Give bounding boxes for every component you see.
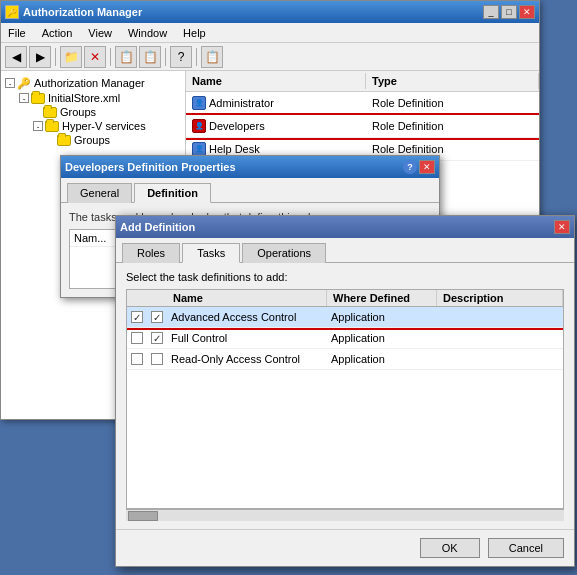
toolbar-back-btn[interactable]: ◀ [5,46,27,68]
dev-dialog-title: Developers Definition Properties [65,161,236,173]
add-def-close-btn[interactable]: ✕ [554,220,570,234]
advanced-where-cell: Application [327,309,437,325]
cb-inner-box-advanced[interactable]: ✓ [151,311,163,323]
fullcontrol-desc-cell [437,336,563,340]
dev-name-cell: 👤 Developers [186,117,366,135]
horizontal-scrollbar[interactable] [126,509,564,521]
tree-item-auth-manager[interactable]: - 🔑 Authorization Manager [5,75,181,91]
auth-title-bar: 🔑 Authorization Manager _ □ ✕ [1,1,539,23]
tree-item-hyperv[interactable]: - Hyper-V services [5,119,181,133]
cb-inner-check-fullcontrol: ✓ [153,333,161,344]
toolbar-extra-btn[interactable]: 📋 [201,46,223,68]
col-header-name: Name [167,290,327,306]
fullcontrol-where-cell: Application [327,330,437,346]
tree-label-hyperv: Hyper-V services [62,120,146,132]
menu-file[interactable]: File [5,27,29,39]
add-def-dialog: Add Definition ✕ Roles Tasks Operations … [115,215,575,567]
cb-outer-fullcontrol[interactable] [127,332,147,344]
toolbar-forward-btn[interactable]: ▶ [29,46,51,68]
auth-title-text: Authorization Manager [23,6,142,18]
col-header-where: Where Defined [327,290,437,306]
list-row-administrator[interactable]: 👤 Administrator Role Definition [186,92,539,115]
helpdesk-name: Help Desk [209,143,260,155]
toolbar-sep3 [165,48,166,66]
cb-outer-advanced[interactable]: ✓ [127,311,147,323]
readonly-desc-cell [437,357,563,361]
title-bar-left: 🔑 Authorization Manager [5,5,142,19]
dev-name: Developers [209,120,265,132]
tree-label-groups-nested: Groups [74,134,110,146]
list-header: Name Type [186,71,539,92]
ok-button[interactable]: OK [420,538,480,558]
list-row-developers[interactable]: 👤 Developers Role Definition [186,115,539,138]
cb-inner-readonly[interactable] [147,353,167,365]
add-def-tab-roles[interactable]: Roles [122,243,180,263]
add-def-dialog-footer: OK Cancel [116,529,574,566]
cb-outer-box-readonly[interactable] [131,353,143,365]
hyperv-icon [45,121,59,132]
admin-role-icon: 👤 [192,96,206,110]
add-def-row-fullcontrol[interactable]: ✓ Full Control Application [127,328,563,349]
tab-definition[interactable]: Definition [134,183,211,203]
auth-title-icon: 🔑 [5,5,19,19]
menu-view[interactable]: View [85,27,115,39]
dev-close-btn[interactable]: ✕ [419,160,435,174]
expand-auth-manager[interactable]: - [5,78,15,88]
fullcontrol-name-cell: Full Control [167,330,327,346]
auth-minimize-btn[interactable]: _ [483,5,499,19]
toolbar-sep2 [110,48,111,66]
admin-type-cell: Role Definition [366,95,539,111]
cb-outer-box-advanced[interactable]: ✓ [131,311,143,323]
cb-inner-fullcontrol[interactable]: ✓ [147,332,167,344]
cb-outer-box-fullcontrol[interactable] [131,332,143,344]
menu-help[interactable]: Help [180,27,209,39]
add-def-row-advanced[interactable]: ✓ ✓ Advanced Access Control Application [127,307,563,328]
auth-maximize-btn[interactable]: □ [501,5,517,19]
toolbar-delete-btn[interactable]: ✕ [84,46,106,68]
groups-nested-icon [57,135,71,146]
toolbar-open-btn[interactable]: 📁 [60,46,82,68]
col-header-type: Type [366,73,539,89]
tree-item-groups-nested[interactable]: Groups [5,133,181,147]
toolbar-sep4 [196,48,197,66]
cancel-button[interactable]: Cancel [488,538,564,558]
cb-outer-readonly[interactable] [127,353,147,365]
tree-item-initialstore[interactable]: - InitialStore.xml [5,91,181,105]
groups-icon [43,107,57,118]
toolbar-paste-btn[interactable]: 📋 [139,46,161,68]
menu-action[interactable]: Action [39,27,76,39]
cb-inner-box-readonly[interactable] [151,353,163,365]
tree-label-initialstore: InitialStore.xml [48,92,120,104]
tab-general[interactable]: General [67,183,132,203]
add-def-title-bar: Add Definition ✕ [116,216,574,238]
add-def-content: Select the task definitions to add: Name… [116,263,574,529]
tree-item-groups[interactable]: Groups [5,105,181,119]
auth-close-btn[interactable]: ✕ [519,5,535,19]
toolbar: ◀ ▶ 📁 ✕ 📋 📋 ? 📋 [1,43,539,71]
cb-inner-advanced[interactable]: ✓ [147,311,167,323]
dev-role-icon: 👤 [192,119,206,133]
dev-help-btn[interactable]: ? [403,160,417,174]
scrollbar-thumb[interactable] [128,511,158,521]
advanced-name-cell: Advanced Access Control [167,309,327,325]
add-def-tab-tasks[interactable]: Tasks [182,243,240,263]
toolbar-help-btn[interactable]: ? [170,46,192,68]
toolbar-sep1 [55,48,56,66]
add-def-title-buttons: ✕ [554,220,570,234]
menu-window[interactable]: Window [125,27,170,39]
readonly-where-cell: Application [327,351,437,367]
helpdesk-role-icon: 👤 [192,142,206,156]
cb-inner-box-fullcontrol[interactable]: ✓ [151,332,163,344]
expand-hyperv[interactable]: - [33,121,43,131]
add-def-list-container[interactable]: Name Where Defined Description ✓ ✓ Advan… [126,289,564,509]
admin-name-cell: 👤 Administrator [186,94,366,112]
tree-label-groups: Groups [60,106,96,118]
add-def-row-readonly[interactable]: Read-Only Access Control Application [127,349,563,370]
toolbar-copy-btn[interactable]: 📋 [115,46,137,68]
add-def-tab-operations[interactable]: Operations [242,243,326,263]
dev-title-buttons: ? ✕ [403,160,435,174]
dev-title-left: Developers Definition Properties [65,161,236,173]
expand-initialstore[interactable]: - [19,93,29,103]
admin-name: Administrator [209,97,274,109]
col-header-name: Name [186,73,366,89]
